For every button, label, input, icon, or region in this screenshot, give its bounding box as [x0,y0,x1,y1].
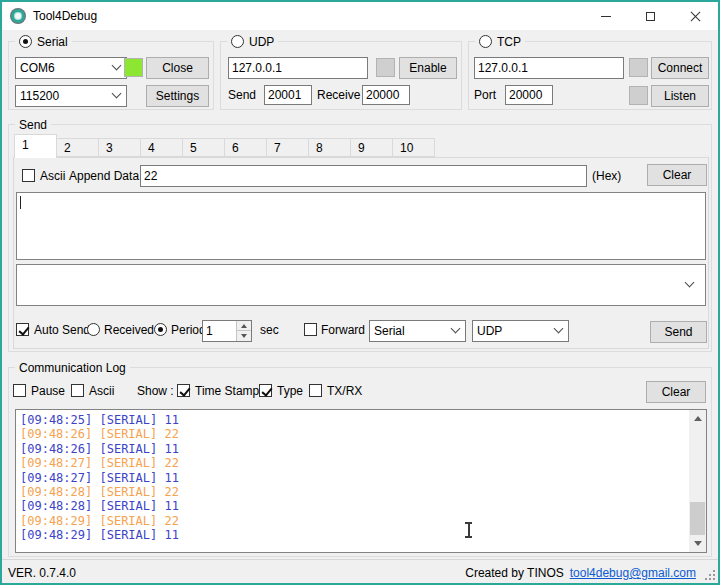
send-group-label: Send [19,118,47,132]
send-message-textarea[interactable] [16,192,706,260]
minimize-icon [601,16,611,17]
serial-group: Serial COM6 Close 115200 Settings [8,41,214,110]
chevron-down-icon [451,324,461,334]
send-tab-2[interactable]: 2 [56,138,99,157]
window-title: Tool4Debug [33,9,97,23]
time-stamp-checkbox[interactable] [177,384,190,397]
tcp-group-label: TCP [497,35,521,49]
forward-target-select[interactable]: UDP [472,320,569,342]
log-clear-button[interactable]: Clear [646,381,706,403]
type-checkbox[interactable] [259,384,272,397]
log-lines: [09:48:25] [SERIAL] 11[09:48:26] [SERIAL… [20,413,686,543]
period-up-button[interactable] [236,321,251,331]
scroll-up-button[interactable] [689,410,706,427]
serial-port-select[interactable]: COM6 [15,57,127,79]
forward-checkbox[interactable] [304,323,317,336]
type-label: Type [277,385,303,398]
udp-radio[interactable] [231,35,244,48]
send-tab-7[interactable]: 7 [266,138,309,157]
chevron-down-icon [112,89,122,99]
udp-receive-port-input[interactable] [362,85,410,105]
received-radio[interactable] [87,323,100,336]
send-group: Send 12345678910 Ascii Append Data : (He… [8,124,712,352]
send-tab-6[interactable]: 6 [224,138,267,157]
forward-source-select[interactable]: Serial [369,320,466,342]
show-label: Show : [137,385,174,398]
close-button[interactable] [673,2,718,30]
title-bar[interactable]: Tool4Debug [2,2,718,30]
log-output[interactable]: [09:48:25] [SERIAL] 11[09:48:26] [SERIAL… [15,409,707,553]
log-entry: [09:48:28] [SERIAL] 11 [20,499,686,513]
chevron-down-icon [685,278,695,288]
pause-checkbox[interactable] [13,384,26,397]
log-ascii-label: Ascii [89,385,114,398]
version-label: VER. 0.7.4.0 [8,566,76,580]
ascii-label: Ascii [40,170,65,183]
log-entry: [09:48:29] [SERIAL] 22 [20,514,686,528]
ascii-checkbox[interactable] [22,169,35,182]
send-button[interactable]: Send [650,321,707,343]
period-label: Period [171,324,206,337]
udp-enable-button[interactable]: Enable [399,57,457,79]
send-tab-9[interactable]: 9 [350,138,393,157]
time-stamp-label: Time Stamp [195,385,259,398]
serial-status-indicator [124,58,143,77]
udp-ip-input[interactable] [228,57,368,79]
close-icon [690,11,701,22]
log-scrollbar[interactable] [689,410,706,552]
tcp-listen-button[interactable]: Listen [651,85,709,107]
serial-settings-button[interactable]: Settings [146,85,209,107]
period-down-button[interactable] [236,331,251,341]
scrollbar-thumb[interactable] [690,502,705,535]
serial-baud-select[interactable]: 115200 [15,85,127,107]
window-controls [583,2,718,30]
udp-group: UDP Enable Send Receive [220,41,462,110]
udp-status-indicator [376,58,395,77]
communication-log-group: Communication Log Pause Ascii Show : Tim… [8,367,712,557]
log-ascii-checkbox[interactable] [71,384,84,397]
minimize-button[interactable] [583,2,628,30]
scroll-down-button[interactable] [689,535,706,552]
pause-label: Pause [31,385,65,398]
log-entry: [09:48:28] [SERIAL] 22 [20,485,686,499]
tcp-port-input[interactable] [505,85,553,105]
communication-log-label: Communication Log [19,361,126,375]
tcp-ip-input[interactable] [474,57,624,79]
send-tab-3[interactable]: 3 [98,138,141,157]
text-caret [20,196,21,209]
serial-radio[interactable] [19,35,32,48]
send-tab-4[interactable]: 4 [140,138,183,157]
txrx-checkbox[interactable] [309,384,322,397]
send-tab-5[interactable]: 5 [182,138,225,157]
arrow-up-icon [694,416,702,421]
send-tab-1[interactable]: 1 [14,134,57,158]
send-tab-10[interactable]: 10 [392,138,435,157]
log-entry: [09:48:25] [SERIAL] 11 [20,413,686,427]
forward-target-value: UDP [477,324,502,338]
log-entry: [09:48:29] [SERIAL] 11 [20,528,686,542]
send-history-combo[interactable] [16,264,706,306]
received-label: Received [104,324,154,337]
period-stepper [202,320,252,342]
txrx-label: TX/RX [327,385,362,398]
auto-send-label: Auto Send [34,324,90,337]
resize-grip-icon[interactable] [704,569,717,582]
serial-close-button[interactable]: Close [146,57,209,79]
tcp-connect-button[interactable]: Connect [651,57,709,79]
append-data-label: Append Data : [69,170,146,183]
tcp-radio[interactable] [479,35,492,48]
email-link[interactable]: tool4debug@gmail.com [570,566,696,580]
append-data-input[interactable] [140,165,587,187]
text-cursor-icon [464,522,473,538]
send-tab-8[interactable]: 8 [308,138,351,157]
period-radio[interactable] [154,323,167,336]
udp-send-port-input[interactable] [264,85,312,105]
send-clear-button[interactable]: Clear [647,164,707,186]
tcp-listen-indicator [629,86,648,105]
maximize-button[interactable] [628,2,673,30]
auto-send-checkbox[interactable] [16,323,29,336]
log-entry: [09:48:27] [SERIAL] 22 [20,456,686,470]
period-input[interactable] [203,321,236,341]
maximize-icon [646,12,655,21]
credit-label: Created by TINOS [465,566,563,580]
